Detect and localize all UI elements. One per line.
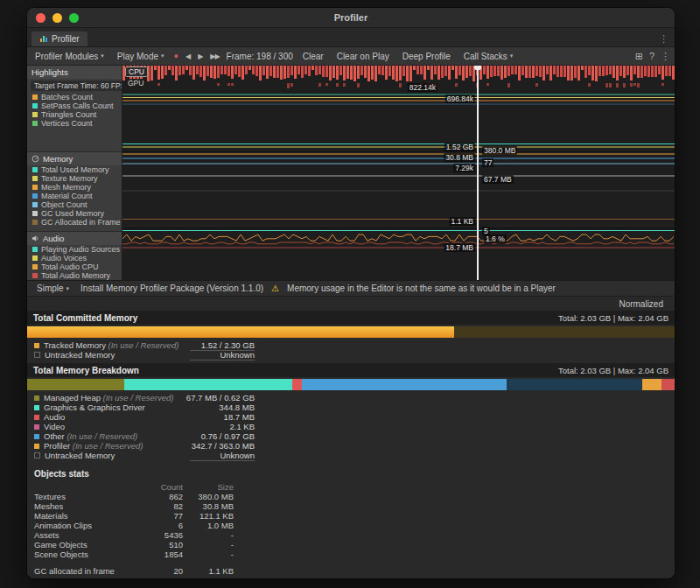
cpu-chart-toggle[interactable]: CPU [125, 66, 148, 77]
counter-batches-count[interactable]: Batches Count [27, 93, 122, 102]
counter-texture-memory[interactable]: Texture Memory [27, 174, 122, 183]
counter-material-count[interactable]: Material Count [27, 192, 122, 200]
counter-label: Texture Memory [41, 174, 98, 183]
close-window-button[interactable] [36, 13, 46, 23]
counter-label: Audio Voices [41, 254, 87, 262]
chart-value-label: 822.14k [408, 83, 438, 92]
clear-on-play-toggle[interactable]: Clear on Play [333, 51, 393, 62]
legend-label: Untracked Memory [45, 451, 115, 460]
call-stacks-dropdown[interactable]: Call Stacks ▾ [460, 51, 517, 62]
deep-profile-toggle[interactable]: Deep Profile [399, 51, 454, 62]
normalized-toggle[interactable]: Normalized [614, 298, 668, 310]
counter-vertices-count[interactable]: Vertices Count [27, 119, 122, 128]
cell: 121.1 KB [183, 511, 234, 521]
objects-stats: Objects stats Count Size Textures862380.… [27, 464, 675, 576]
play-mode-label: Play Mode [117, 52, 158, 61]
counter-label: Batches Count [41, 93, 93, 102]
module-title: Audio [43, 234, 64, 243]
module-header-highlights[interactable]: Highlights [27, 66, 122, 79]
legend-row-other[interactable]: Other (In use / Reserved)0.76 / 0.97 GB [34, 431, 255, 441]
legend-value: 67.7 MB / 0.62 GB [186, 393, 255, 402]
cell: 1.1 KB [183, 566, 234, 576]
legend-label: Video [44, 422, 65, 431]
counter-total-used-memory[interactable]: Total Used Memory [27, 165, 122, 174]
legend-suffix: (In use / Reserved) [65, 431, 137, 441]
profiler-modules-dropdown[interactable]: Profiler Modules ▾ [32, 51, 108, 62]
profiler-chart[interactable]: CPU GPU 822.14k696.84k1.52 GB380.0 MB30.… [122, 66, 675, 280]
record-button[interactable]: ● [174, 52, 178, 60]
counter-label: Total Audio Memory [41, 271, 110, 280]
legend-label: Managed Heap (In use / Reserved) [44, 393, 173, 402]
target-frame-time-chip[interactable]: Target Frame Time: 60 FPS [31, 80, 122, 91]
tab-bar: Profiler ⋮ [27, 28, 675, 47]
module-header-audio[interactable]: Audio [27, 232, 122, 245]
legend-row-graphics-graphics-driver[interactable]: Graphics & Graphics Driver344.8 MB [34, 402, 255, 412]
zoom-window-button[interactable] [69, 13, 79, 23]
counter-swatch [32, 256, 38, 261]
tab-profiler[interactable]: Profiler [32, 32, 88, 46]
legend-row-untracked-memory[interactable]: Untracked MemoryUnknown [34, 350, 255, 360]
menu-icon[interactable]: ⋮ [661, 51, 670, 62]
minimize-window-button[interactable] [52, 13, 62, 23]
legend-row-tracked-memory[interactable]: Tracked Memory (In use / Reserved)1.52 /… [34, 340, 255, 350]
playhead-handle[interactable] [474, 66, 481, 70]
next-frame-button[interactable]: ▶ [197, 52, 203, 60]
counter-total-audio-cpu[interactable]: Total Audio CPU [27, 262, 122, 271]
counter-label: Vertices Count [41, 119, 93, 128]
table-row: Textures862380.0 MB [34, 492, 668, 501]
legend-row-profiler[interactable]: Profiler (In use / Reserved)342.7 / 363.… [34, 441, 255, 451]
cell: 1.0 MB [183, 521, 234, 530]
traffic-lights [36, 13, 79, 23]
chevron-down-icon: ▾ [101, 52, 104, 60]
counter-mesh-memory[interactable]: Mesh Memory [27, 183, 122, 192]
counter-playing-audio-sources[interactable]: Playing Audio Sources [27, 245, 122, 254]
counter-total-audio-memory[interactable]: Total Audio Memory [27, 271, 122, 280]
speaker-icon [32, 234, 39, 242]
counter-triangles-count[interactable]: Triangles Count [27, 110, 122, 119]
untracked-segment [507, 379, 642, 390]
other-segment [302, 379, 506, 390]
counter-swatch [32, 185, 38, 190]
module-header-memory[interactable]: Memory [27, 152, 122, 165]
play-mode-dropdown[interactable]: Play Mode ▾ [114, 51, 168, 62]
legend-row-video[interactable]: Video2.1 KB [34, 422, 255, 431]
memory-breakdown-title: Total Memory Breakdown [33, 366, 139, 375]
cell: Textures [34, 492, 132, 501]
install-memory-profiler-link[interactable]: Install Memory Profiler Package (Version… [80, 284, 263, 293]
memory-detail-pane: Normalized Total Committed Memory Total:… [27, 297, 675, 578]
profiler-window: Profiler Profiler ⋮ Profiler Modules ▾ P… [26, 7, 676, 579]
playhead[interactable] [477, 66, 479, 280]
legend-row-audio[interactable]: Audio18.7 MB [34, 412, 255, 422]
legend-swatch [34, 343, 39, 348]
current-frame-button[interactable]: ▶▶ [209, 52, 220, 60]
counter-swatch [32, 121, 38, 126]
help-icon[interactable]: ? [649, 51, 654, 61]
gpu-chart-toggle[interactable]: GPU [125, 79, 146, 88]
chart-value-label: 67.7 MB [482, 175, 514, 184]
legend-row-untracked-memory[interactable]: Untracked MemoryUnknown [34, 451, 255, 460]
detail-view-dropdown[interactable]: Simple ▾ [33, 283, 73, 294]
managed-heap-segment [27, 379, 124, 390]
tab-menu-icon[interactable]: ⋮ [659, 33, 668, 45]
counter-object-count[interactable]: Object Count [27, 200, 122, 209]
tab-label: Profiler [52, 34, 80, 44]
counter-audio-voices[interactable]: Audio Voices [27, 254, 122, 262]
counter-label: Total Audio CPU [41, 262, 99, 271]
memory-breakdown-totals: Total: 2.03 GB | Max: 2.04 GB [558, 366, 668, 375]
legend-value: 18.7 MB [190, 412, 255, 422]
legend-value: 342.7 / 363.0 MB [190, 441, 255, 451]
counter-setpass-calls-count[interactable]: SetPass Calls Count [27, 102, 122, 110]
titlebar[interactable]: Profiler [27, 8, 675, 28]
counter-gc-used-memory[interactable]: GC Used Memory [27, 209, 122, 218]
committed-memory-legend: Tracked Memory (In use / Reserved)1.52 /… [27, 340, 255, 363]
chart-target-toggles: CPU GPU [125, 66, 148, 88]
tracked-used-segment [27, 326, 454, 338]
legend-row-managed-heap[interactable]: Managed Heap (In use / Reserved)67.7 MB … [34, 393, 255, 402]
clear-button[interactable]: Clear [299, 51, 327, 62]
counter-label: Material Count [41, 192, 93, 200]
counter-gc-allocated-in-frame[interactable]: GC Allocated in Frame [27, 218, 122, 227]
detail-toolbar: Simple ▾ Install Memory Profiler Package… [27, 280, 675, 297]
modules-layout-icon[interactable]: ⊞ [635, 51, 643, 62]
prev-frame-button[interactable]: ◀ [185, 52, 191, 60]
committed-memory-header: Total Committed Memory Total: 2.03 GB | … [27, 311, 675, 325]
